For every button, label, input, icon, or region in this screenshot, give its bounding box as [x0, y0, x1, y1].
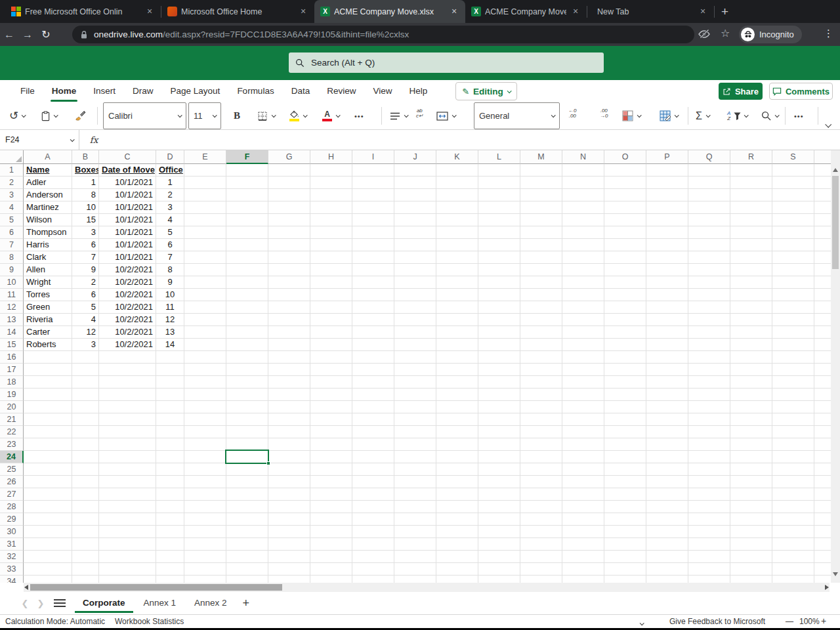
- cell-J4[interactable]: [394, 201, 436, 214]
- cell-F26[interactable]: [226, 476, 268, 488]
- cell-Q26[interactable]: [688, 476, 730, 488]
- cell-H19[interactable]: [310, 388, 352, 401]
- cell-R8[interactable]: [730, 251, 772, 264]
- cell-R33[interactable]: [730, 563, 772, 576]
- cell-K9[interactable]: [436, 264, 478, 276]
- cell-C2[interactable]: 10/1/2021: [99, 177, 156, 189]
- column-header-G[interactable]: G: [268, 150, 310, 164]
- cell-N7[interactable]: [562, 239, 604, 251]
- cell-A14[interactable]: Carter: [24, 326, 72, 339]
- row-header-11[interactable]: 11: [0, 289, 24, 301]
- cell-S14[interactable]: [772, 326, 814, 339]
- cell-L34[interactable]: [478, 576, 520, 583]
- cell-C13[interactable]: 10/2/2021: [99, 314, 156, 326]
- cell-G26[interactable]: [268, 476, 310, 488]
- row-header-18[interactable]: 18: [0, 376, 24, 388]
- cell-C21[interactable]: [99, 413, 156, 426]
- font-size-select[interactable]: 11: [188, 102, 221, 129]
- cell-F6[interactable]: [226, 226, 268, 239]
- cell-M13[interactable]: [520, 314, 562, 326]
- cell-J22[interactable]: [394, 426, 436, 438]
- cell-S31[interactable]: [772, 538, 814, 551]
- cell-A8[interactable]: Clark: [24, 251, 72, 264]
- cell-S2[interactable]: [772, 177, 814, 189]
- cell-K30[interactable]: [436, 526, 478, 538]
- cell-H11[interactable]: [310, 289, 352, 301]
- cell-R4[interactable]: [730, 201, 772, 214]
- conditional-formatting-button[interactable]: [622, 102, 640, 129]
- cell-partial[interactable]: [814, 551, 831, 563]
- cell-L14[interactable]: [478, 326, 520, 339]
- cell-I15[interactable]: [352, 339, 394, 351]
- cell-R18[interactable]: [730, 376, 772, 388]
- cell-B14[interactable]: 12: [72, 326, 99, 339]
- cell-O19[interactable]: [604, 388, 646, 401]
- cell-J13[interactable]: [394, 314, 436, 326]
- cell-D8[interactable]: 7: [156, 251, 184, 264]
- cell-J30[interactable]: [394, 526, 436, 538]
- cell-F12[interactable]: [226, 301, 268, 314]
- browser-tab[interactable]: New Tab×: [587, 0, 714, 23]
- cell-K26[interactable]: [436, 476, 478, 488]
- cell-partial[interactable]: [814, 201, 831, 214]
- cell-M32[interactable]: [520, 551, 562, 563]
- cell-N12[interactable]: [562, 301, 604, 314]
- cell-A20[interactable]: [24, 401, 72, 413]
- cell-G18[interactable]: [268, 376, 310, 388]
- cell-C25[interactable]: [99, 463, 156, 476]
- cell-F33[interactable]: [226, 563, 268, 576]
- cell-partial[interactable]: [814, 264, 831, 276]
- cell-E8[interactable]: [184, 251, 226, 264]
- cell-A17[interactable]: [24, 364, 72, 376]
- cell-L27[interactable]: [478, 488, 520, 501]
- reload-icon[interactable]: ↻: [37, 28, 55, 41]
- cell-P3[interactable]: [646, 189, 688, 201]
- cell-M15[interactable]: [520, 339, 562, 351]
- cell-D7[interactable]: 6: [156, 239, 184, 251]
- cell-D18[interactable]: [156, 376, 184, 388]
- cell-M7[interactable]: [520, 239, 562, 251]
- cell-A3[interactable]: Anderson: [24, 189, 72, 201]
- cell-Q21[interactable]: [688, 413, 730, 426]
- cell-I30[interactable]: [352, 526, 394, 538]
- cell-A16[interactable]: [24, 351, 72, 364]
- row-header-20[interactable]: 20: [0, 401, 24, 413]
- cell-H24[interactable]: [310, 451, 352, 463]
- cell-N2[interactable]: [562, 177, 604, 189]
- cell-O13[interactable]: [604, 314, 646, 326]
- cell-L26[interactable]: [478, 476, 520, 488]
- cell-I13[interactable]: [352, 314, 394, 326]
- cell-I29[interactable]: [352, 513, 394, 526]
- cell-F11[interactable]: [226, 289, 268, 301]
- cell-partial[interactable]: [814, 388, 831, 401]
- cell-N19[interactable]: [562, 388, 604, 401]
- collapse-ribbon-icon[interactable]: [826, 118, 830, 130]
- cell-L28[interactable]: [478, 501, 520, 513]
- cell-partial[interactable]: [814, 314, 831, 326]
- cell-C18[interactable]: [99, 376, 156, 388]
- cell-H10[interactable]: [310, 276, 352, 289]
- cell-D10[interactable]: 9: [156, 276, 184, 289]
- cell-O12[interactable]: [604, 301, 646, 314]
- cell-G17[interactable]: [268, 364, 310, 376]
- cell-I18[interactable]: [352, 376, 394, 388]
- cell-A22[interactable]: [24, 426, 72, 438]
- cell-S34[interactable]: [772, 576, 814, 583]
- cell-R16[interactable]: [730, 351, 772, 364]
- cell-P29[interactable]: [646, 513, 688, 526]
- bold-button[interactable]: B: [234, 102, 240, 129]
- column-header-I[interactable]: I: [352, 150, 394, 164]
- cell-Q2[interactable]: [688, 177, 730, 189]
- cell-L15[interactable]: [478, 339, 520, 351]
- ribbon-tab-view[interactable]: View: [364, 80, 400, 102]
- cell-B5[interactable]: 15: [72, 214, 99, 226]
- cell-D13[interactable]: 12: [156, 314, 184, 326]
- cell-M9[interactable]: [520, 264, 562, 276]
- cell-L29[interactable]: [478, 513, 520, 526]
- cell-partial[interactable]: [814, 413, 831, 426]
- cell-R9[interactable]: [730, 264, 772, 276]
- cell-M17[interactable]: [520, 364, 562, 376]
- merge-cells-button[interactable]: [436, 102, 455, 129]
- cell-S20[interactable]: [772, 401, 814, 413]
- cell-M18[interactable]: [520, 376, 562, 388]
